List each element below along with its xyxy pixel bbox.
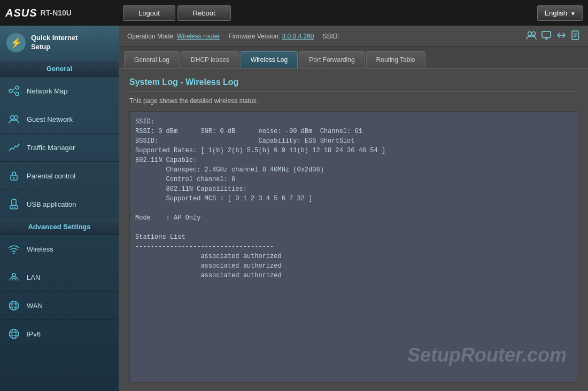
topbar: ASUS RT-N10U Logout Reboot English [0,0,588,26]
sidebar: ⚡ Quick InternetSetup General Network Ma… [0,26,119,391]
svg-point-5 [11,116,14,120]
sidebar-item-traffic-manager[interactable]: Traffic Manager [0,134,119,162]
reboot-button[interactable]: Reboot [177,5,231,21]
sidebar-item-wan[interactable]: WAN [0,292,119,320]
firmware-version: Firmware Version: 3.0.0.4.260 [228,33,314,40]
file-icon [571,30,579,42]
sidebar-item-ipv6[interactable]: IPv6 [0,320,119,348]
main-layout: ⚡ Quick InternetSetup General Network Ma… [0,26,588,391]
header-bar: Operation Mode: Wireless router Firmware… [119,26,588,47]
svg-point-1 [16,86,19,89]
svg-line-4 [12,91,16,93]
chevron-down-icon [570,9,576,17]
svg-point-14 [14,207,16,208]
monitor-icon [541,30,552,42]
network-map-icon [6,83,21,98]
quick-setup-icon: ⚡ [6,33,26,52]
logout-button[interactable]: Logout [123,5,175,21]
tab-port-forwarding[interactable]: Port Forwarding [299,51,365,68]
logo-model: RT-N10U [41,9,72,17]
quick-setup-label: Quick InternetSetup [31,34,78,52]
tabs: General Log DHCP leases Wireless Log Por… [119,47,588,69]
wireless-icon [6,241,21,256]
svg-point-17 [10,301,19,310]
parental-control-label: Parental control [27,172,75,180]
page-content: System Log - Wireless Log This page show… [119,69,588,391]
svg-rect-27 [542,32,551,37]
ipv6-label: IPv6 [27,330,41,338]
general-section-header: General [0,60,119,77]
usb-application-icon [6,197,21,212]
wan-label: WAN [27,302,43,310]
svg-point-7 [18,144,20,145]
sidebar-item-parental-control[interactable]: Parental control [0,162,119,190]
svg-point-25 [528,32,532,35]
sidebar-item-lan[interactable]: LAN [0,263,119,292]
traffic-manager-icon [6,140,21,155]
operation-mode: Operation Mode: Wireless router [127,33,220,40]
arrows-icon [556,30,567,42]
svg-point-18 [12,301,16,310]
tab-wireless-log[interactable]: Wireless Log [241,51,298,68]
tab-general-log[interactable]: General Log [124,51,180,68]
sidebar-item-wireless[interactable]: Wireless [0,235,119,263]
tab-dhcp-leases[interactable]: DHCP leases [181,51,239,68]
wireless-label: Wireless [27,245,53,253]
guest-network-label: Guest Network [27,115,73,123]
svg-point-9 [13,177,15,179]
tab-routing-table[interactable]: Routing Table [366,51,425,68]
quick-setup-button[interactable]: ⚡ Quick InternetSetup [0,26,119,60]
log-area-container: SetupRouter.com [129,111,577,382]
lan-icon [6,270,21,285]
header-icons [526,30,579,42]
ipv6-icon [6,326,21,341]
svg-line-3 [12,89,16,91]
svg-point-21 [10,330,19,339]
svg-point-13 [12,207,13,208]
svg-point-16 [12,273,16,277]
sidebar-item-guest-network[interactable]: Guest Network [0,105,119,134]
sidebar-item-network-map[interactable]: Network Map [0,77,119,105]
language-selector[interactable]: English [537,5,583,21]
svg-rect-11 [10,206,18,209]
firmware-link[interactable]: 3.0.0.4.260 [282,33,314,40]
advanced-section-header: Advanced Settings [0,218,119,235]
ssid-label: SSID: [323,33,339,40]
usb-application-label: USB application [27,200,76,208]
svg-point-0 [9,89,12,92]
page-description: This page shows the detailed wireless st… [129,97,577,105]
guest-network-icon [6,112,21,127]
log-textarea[interactable] [129,111,577,382]
svg-point-22 [12,330,16,339]
language-label: English [544,9,567,17]
page-title: System Log - Wireless Log [129,77,577,92]
top-buttons: Logout Reboot [123,5,537,21]
svg-point-6 [14,116,18,120]
users-icon [526,30,537,42]
operation-mode-link[interactable]: Wireless router [177,33,220,40]
traffic-manager-label: Traffic Manager [27,144,75,152]
logo-asus: ASUS [5,7,37,19]
content-area: Operation Mode: Wireless router Firmware… [119,26,588,391]
parental-control-icon [6,168,21,183]
svg-point-26 [532,32,536,35]
wan-icon [6,298,21,313]
logo: ASUS RT-N10U [5,7,123,19]
lan-label: LAN [27,273,40,281]
svg-point-2 [16,92,19,96]
sidebar-item-usb-application[interactable]: USB application [0,190,119,218]
svg-point-15 [13,253,15,254]
network-map-label: Network Map [27,87,68,95]
